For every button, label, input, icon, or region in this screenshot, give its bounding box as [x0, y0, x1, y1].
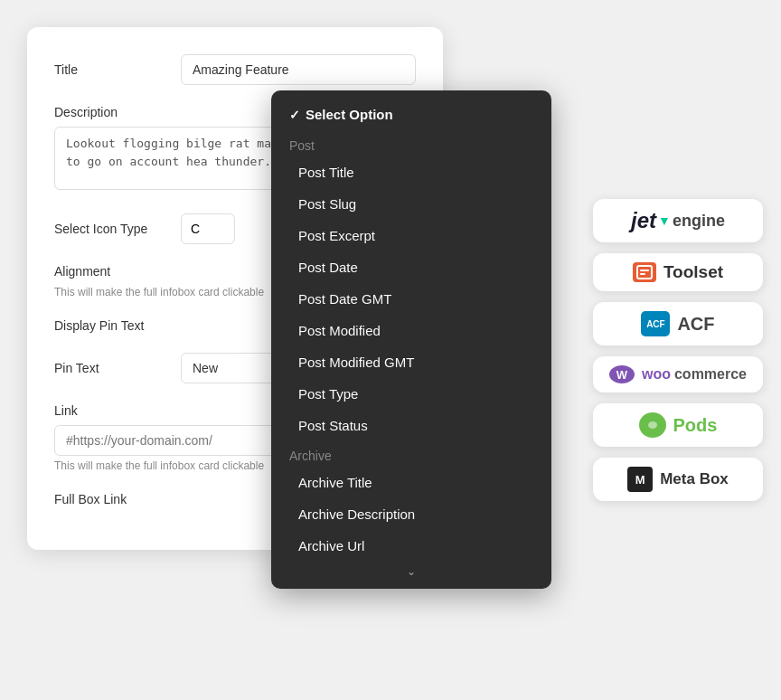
metabox-icon: M [627, 467, 653, 492]
engine-text: engine [673, 212, 725, 231]
toolset-text: Toolset [663, 262, 723, 282]
svg-rect-2 [640, 273, 645, 275]
option-post-type[interactable]: Post Type [271, 378, 551, 410]
dropdown-header-text: Select Option [306, 107, 393, 122]
jet-accent: ▼ [658, 213, 671, 228]
jet-text: jet [631, 208, 656, 233]
option-post-excerpt[interactable]: Post Excerpt [271, 220, 551, 251]
toolset-badge: Toolset [593, 253, 763, 291]
option-post-modified[interactable]: Post Modified [271, 315, 551, 346]
option-post-date[interactable]: Post Date [271, 251, 551, 283]
group-label-archive: Archive [271, 441, 551, 467]
option-archive-title[interactable]: Archive Title [271, 467, 551, 498]
pin-text-label: Pin Text [54, 361, 181, 375]
svg-rect-1 [640, 270, 649, 271]
select-icon-input[interactable] [181, 213, 235, 244]
woocommerce-logo: woo commerce [642, 366, 747, 383]
fullbox-label: Full Box Link [54, 492, 127, 506]
acf-text: ACF [677, 314, 714, 335]
woo-text-accent: woo [642, 366, 671, 383]
option-archive-description[interactable]: Archive Description [271, 498, 551, 530]
group-label-post: Post [271, 131, 551, 156]
option-post-date-gmt[interactable]: Post Date GMT [271, 283, 551, 315]
woo-icon: W [609, 365, 635, 383]
logos-panel: jet ▼ engine Toolset ACF ACF [593, 199, 763, 501]
option-post-status[interactable]: Post Status [271, 410, 551, 441]
option-post-slug[interactable]: Post Slug [271, 188, 551, 220]
jetengine-logo: jet ▼ engine [631, 208, 725, 233]
svg-rect-0 [637, 266, 652, 279]
option-post-title[interactable]: Post Title [271, 156, 551, 188]
option-archive-url[interactable]: Archive Url [271, 530, 551, 562]
pods-badge: Pods [593, 403, 763, 447]
jetengine-badge: jet ▼ engine [593, 199, 763, 242]
acf-badge: ACF ACF [593, 302, 763, 345]
dropdown-overlay: ✓ Select Option Post Post Title Post Slu… [271, 90, 551, 589]
checkmark-icon: ✓ [289, 108, 300, 122]
acf-icon: ACF [641, 311, 670, 336]
pods-icon [639, 412, 666, 438]
title-input[interactable] [181, 54, 416, 85]
woo-text-commerce: commerce [674, 366, 747, 383]
title-row: Title [54, 54, 416, 85]
woo-icon-text: W [616, 368, 627, 382]
main-container: Title Description Lookout flogging bilge… [0, 0, 781, 700]
svg-point-4 [648, 421, 657, 429]
title-label: Title [54, 62, 181, 77]
acf-icon-text: ACF [646, 319, 665, 329]
woocommerce-badge: W woo commerce [593, 356, 763, 393]
pods-text: Pods [673, 415, 718, 436]
metabox-icon-text: M [635, 473, 645, 487]
option-post-modified-gmt[interactable]: Post Modified GMT [271, 346, 551, 378]
metabox-text: Meta Box [660, 470, 729, 488]
select-icon-label: Select Icon Type [54, 222, 181, 236]
toolset-icon [633, 262, 656, 282]
metabox-badge: M Meta Box [593, 458, 763, 501]
dropdown-header: ✓ Select Option [271, 98, 551, 131]
scroll-indicator: ⌄ [271, 562, 551, 582]
